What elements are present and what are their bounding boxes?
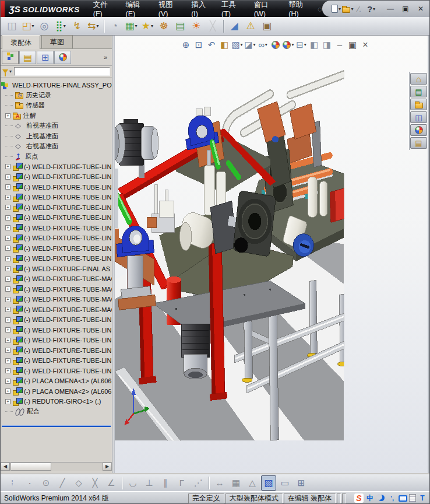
print-icon[interactable]: ⁄. xyxy=(354,3,365,15)
new-document-icon[interactable]: ▾ xyxy=(330,3,342,15)
expander-icon[interactable]: + xyxy=(5,327,10,332)
center-snap-icon[interactable]: ⊙ xyxy=(38,475,54,491)
corner-snap-icon[interactable]: Γ xyxy=(174,475,189,491)
maximize-button[interactable]: ▣ xyxy=(399,4,412,14)
tree-item-16[interactable]: +(-) WELD-FIXTURE-TUBE-LIN xyxy=(1,254,112,264)
tree-item-28[interactable]: +(-) PLACA OMENA<1> (AL606 xyxy=(1,376,112,387)
featuremanager-tab-button[interactable] xyxy=(2,51,19,64)
scroll-left-arrow[interactable]: ◀ xyxy=(1,463,10,471)
rollback-bar[interactable] xyxy=(2,425,111,427)
hide-show-items-icon-dropdown[interactable]: ▾ xyxy=(265,42,267,47)
tree-item-15[interactable]: +(-) WELD-FIXTURE-TUBE-LIN xyxy=(1,243,112,254)
bill-of-materials-icon[interactable]: ▤ xyxy=(172,19,188,34)
tree-item-0[interactable]: 历史记录 xyxy=(1,90,112,101)
shaded-with-edges-icon[interactable]: ▧ xyxy=(261,475,276,491)
tree-item-5[interactable]: 右视基准面 xyxy=(1,141,112,152)
ime-fullwidth-icon[interactable] xyxy=(376,494,386,503)
tree-item-3[interactable]: 前视基准面 xyxy=(1,121,112,131)
apply-scene-icon[interactable]: ▾ xyxy=(283,38,294,51)
tree-item-1[interactable]: 传感器 xyxy=(1,100,112,111)
tree-item-19[interactable]: +(-) WELD-FIXTURE-TUBE-MAC xyxy=(1,284,112,295)
expander-icon[interactable]: + xyxy=(5,317,10,323)
apply-scene-icon-dropdown[interactable]: ▾ xyxy=(291,42,294,47)
tree-item-26[interactable]: +(-) WELD-FIXTURE-TUBE-LIN xyxy=(1,356,112,366)
displaymanager-tab-button[interactable] xyxy=(54,51,71,64)
appearances-scenes-tab[interactable] xyxy=(410,124,427,136)
filter-dropdown-icon[interactable]: ▾ xyxy=(9,69,12,74)
tree-item-29[interactable]: +(-) PLACA OMENA<2> (AL606 xyxy=(1,386,112,397)
point-snap-icon[interactable]: · xyxy=(22,475,37,491)
expander-icon[interactable]: + xyxy=(5,266,10,271)
tree-item-27[interactable]: +(-) WELD-FIXTURE-TUBE-LIN xyxy=(1,366,112,376)
tree-item-11[interactable]: +(-) WELD-FIXTURE-TUBE-LIN xyxy=(1,202,112,213)
new-document-icon-dropdown[interactable]: ▾ xyxy=(339,6,341,12)
insert-components-icon[interactable]: ◰▾ xyxy=(20,19,36,34)
tree-item-6[interactable]: 原点 xyxy=(1,152,112,162)
tree-item-2[interactable]: +注解 xyxy=(1,111,112,121)
close-button[interactable]: ✕ xyxy=(414,4,427,14)
split-left-icon[interactable]: ◧ xyxy=(308,38,320,51)
exploded-view-icon[interactable]: ☀ xyxy=(189,19,204,34)
ime-softkeyboard-icon[interactable] xyxy=(399,495,407,502)
parallel-snap-icon[interactable]: ∥ xyxy=(158,475,173,491)
graphics-viewport[interactable]: ⊕⊡↶◧▧▾◪▾∞▾▾⊟▾◧◨–▣× ⌂▤◫▤ xyxy=(115,36,428,473)
filter-funnel-icon[interactable] xyxy=(2,69,8,74)
ime-chinese-mode-icon[interactable]: 中 xyxy=(365,494,375,503)
expander-icon[interactable]: + xyxy=(5,388,10,394)
expander-icon[interactable]: + xyxy=(5,286,10,292)
mate-icon[interactable]: ◎ xyxy=(37,19,52,34)
intersection-snap-icon[interactable]: ╳ xyxy=(87,475,103,491)
hide-show-items-icon[interactable]: ∞▾ xyxy=(257,38,269,51)
tree-item-12[interactable]: +(-) WELD-FIXTURE-TUBE-LIN xyxy=(1,213,112,223)
expander-icon[interactable]: + xyxy=(5,164,10,169)
view-settings-icon-dropdown[interactable]: ▾ xyxy=(304,42,306,47)
show-hidden-components-icon[interactable]: ◔ xyxy=(107,19,122,34)
home-tab[interactable]: ⌂ xyxy=(410,73,427,85)
perpendicular-snap-icon[interactable]: ⊥ xyxy=(142,475,157,491)
expander-icon[interactable]: + xyxy=(5,256,10,261)
expander-icon[interactable]: + xyxy=(5,399,10,404)
view-orientation-icon-dropdown[interactable]: ▾ xyxy=(241,42,243,47)
file-explorer-tab[interactable] xyxy=(410,99,427,110)
insert-components-icon-dropdown[interactable]: ▾ xyxy=(32,23,34,29)
expander-icon[interactable]: + xyxy=(5,215,10,220)
tree-item-13[interactable]: +(-) WELD-FIXTURE-TUBE-LIN xyxy=(1,223,112,233)
angle-triangle-icon[interactable]: △ xyxy=(245,475,260,491)
minimize-button[interactable]: — xyxy=(384,4,397,14)
expander-icon[interactable]: + xyxy=(5,236,10,241)
tree-item-21[interactable]: +(-) WELD-FIXTURE-TUBE-MAC xyxy=(1,304,112,315)
tree-item-25[interactable]: +(-) WELD-FIXTURE-TUBE-LIN xyxy=(1,345,112,356)
expander-icon[interactable]: + xyxy=(5,297,10,302)
expander-icon[interactable]: + xyxy=(5,379,10,384)
zoom-to-fit-icon[interactable]: ⊕ xyxy=(180,38,192,51)
tree-item-8[interactable]: +(-) WELD-FIXTURE-TUBE-LIN xyxy=(1,172,112,183)
view-palette-tab[interactable]: ◫ xyxy=(410,111,427,123)
ime-clipboard-icon[interactable] xyxy=(409,494,416,502)
open-icon[interactable]: ▾ xyxy=(342,3,354,15)
zoom-to-area-icon[interactable]: ⊡ xyxy=(193,38,205,51)
tree-item-4[interactable]: 上视基准面 xyxy=(1,131,112,142)
expander-icon[interactable]: + xyxy=(5,195,10,200)
nearest-snap-icon[interactable]: ⋰ xyxy=(191,475,206,491)
assembly-features-icon-dropdown[interactable]: ▾ xyxy=(135,23,138,29)
expander-icon[interactable]: + xyxy=(5,205,10,210)
new-motion-study-icon[interactable]: ☸ xyxy=(156,19,171,34)
display-style-icon-dropdown[interactable]: ▾ xyxy=(253,42,256,47)
angle-snap-icon[interactable]: ∠ xyxy=(104,475,119,491)
tree-horizontal-scrollbar[interactable]: ◀ ▶ xyxy=(1,462,112,471)
tree-item-14[interactable]: +(-) WELD-FIXTURE-TUBE-LIN xyxy=(1,233,112,244)
minimize-window-icon[interactable]: – xyxy=(334,38,346,51)
expander-icon[interactable]: + xyxy=(5,358,10,363)
linear-component-pattern-icon-dropdown[interactable]: ▾ xyxy=(64,23,66,29)
expander-icon[interactable]: + xyxy=(5,348,10,353)
tree-item-23[interactable]: +(-) WELD-FIXTURE-TUBE-LIN xyxy=(1,325,112,335)
viewport-single-icon[interactable]: ▭ xyxy=(277,475,292,491)
help-icon[interactable]: ?▾ xyxy=(365,3,377,15)
scroll-thumb[interactable] xyxy=(10,463,51,471)
design-library-tab[interactable]: ▤ xyxy=(410,86,427,97)
appearance-icon[interactable]: ▣ xyxy=(259,19,274,34)
assembly-features-icon[interactable]: ▦▾ xyxy=(124,19,139,34)
open-icon-dropdown[interactable]: ▾ xyxy=(351,6,353,12)
ime-skin-icon[interactable]: T xyxy=(418,494,427,503)
tree-item-10[interactable]: +(-) WELD-FIXTURE-TUBE-LIN xyxy=(1,192,112,203)
